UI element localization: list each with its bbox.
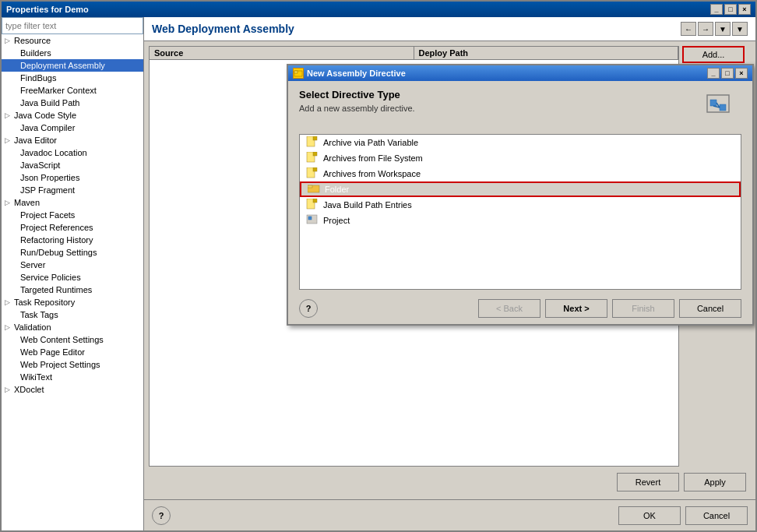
sidebar-item-label: FreeMarker Context xyxy=(20,86,97,95)
sidebar-item-java-compiler[interactable]: Java Compiler xyxy=(2,122,143,134)
dialog-close-btn[interactable]: × xyxy=(735,68,748,79)
apply-button[interactable]: Apply xyxy=(684,473,746,491)
sidebar-item-label: Web Project Settings xyxy=(20,360,100,369)
close-btn[interactable]: × xyxy=(738,4,751,15)
sidebar-item-javadoc-location[interactable]: Javadoc Location xyxy=(2,146,143,159)
dialog-footer-buttons: < Back Next > Finish Cancel xyxy=(478,299,741,318)
sidebar-item-project-references[interactable]: Project References xyxy=(2,221,143,234)
sidebar-item-task-repository[interactable]: ▷Task Repository xyxy=(2,296,143,308)
sidebar-item-xdoclet[interactable]: ▷XDoclet xyxy=(2,383,143,396)
dialog-header: Select Directive Type Add a new assembly… xyxy=(288,81,752,131)
dialog-title-controls: _ □ × xyxy=(707,68,748,79)
next-button[interactable]: Next > xyxy=(545,299,607,318)
sidebar-item-targeted-runtimes[interactable]: Targeted Runtimes xyxy=(2,284,143,296)
sidebar-item-findbugs[interactable]: FindBugs xyxy=(2,72,143,84)
dialog-maximize-btn[interactable]: □ xyxy=(721,68,734,79)
directive-item-project[interactable]: Project xyxy=(300,213,741,228)
sidebar-item-freemarker-context[interactable]: FreeMarker Context xyxy=(2,84,143,97)
nav-dropdown-btn[interactable]: ▼ xyxy=(715,22,731,36)
back-button[interactable]: < Back xyxy=(478,299,540,318)
cancel-button[interactable]: Cancel xyxy=(685,506,748,525)
svg-rect-10 xyxy=(313,152,317,156)
sidebar-item-server[interactable]: Server xyxy=(2,259,143,271)
sidebar-item-validation[interactable]: ▷Validation xyxy=(2,321,143,333)
sidebar-item-resource[interactable]: ▷Resource xyxy=(2,34,143,47)
title-bar-controls: _ □ × xyxy=(710,4,751,15)
dialog-cancel-button[interactable]: Cancel xyxy=(679,299,741,318)
sidebar-item-maven[interactable]: ▷Maven xyxy=(2,196,143,209)
new-assembly-directive-dialog: New Assembly Directive _ □ × Select Dire… xyxy=(287,64,754,326)
dialog-header-icon xyxy=(704,89,741,126)
nav-menu-btn[interactable]: ▼ xyxy=(732,22,748,36)
dialog-section-desc: Add a new assembly directive. xyxy=(299,104,415,113)
directive-item-archive-via-path-variable[interactable]: Archive via Path Variable xyxy=(300,135,741,150)
sidebar-item-wikitext[interactable]: WikiText xyxy=(2,371,143,383)
sidebar-item-label: Targeted Runtimes xyxy=(20,285,92,294)
svg-rect-4 xyxy=(720,104,726,111)
sidebar-item-label: JSP Fragment xyxy=(20,185,75,195)
sidebar-item-label: Validation xyxy=(14,322,51,332)
sidebar-item-run/debug-settings[interactable]: Run/Debug Settings xyxy=(2,246,143,259)
dialog-minimize-btn[interactable]: _ xyxy=(707,68,720,79)
dialog-help-button[interactable]: ? xyxy=(299,299,318,318)
sidebar-item-java-editor[interactable]: ▷Java Editor xyxy=(2,134,143,146)
sidebar-item-label: Java Code Style xyxy=(14,111,76,120)
sidebar-item-web-project-settings[interactable]: Web Project Settings xyxy=(2,358,143,371)
sidebar-item-label: JavaScript xyxy=(20,160,60,170)
sidebar-item-label: Json Properties xyxy=(20,173,79,182)
finish-button[interactable]: Finish xyxy=(612,299,674,318)
sidebar-item-java-build-path[interactable]: Java Build Path xyxy=(2,97,143,109)
revert-apply-bar: Revert Apply xyxy=(149,470,751,495)
source-column-header: Source xyxy=(150,47,414,59)
minimize-btn[interactable]: _ xyxy=(710,4,723,15)
sidebar-item-jsp-fragment[interactable]: JSP Fragment xyxy=(2,184,143,196)
help-button[interactable]: ? xyxy=(152,506,171,525)
revert-button[interactable]: Revert xyxy=(617,473,679,491)
sidebar-item-label: Deployment Assembly xyxy=(20,61,105,70)
expand-icon: ▷ xyxy=(5,323,12,331)
sidebar-item-javascript[interactable]: JavaScript xyxy=(2,159,143,171)
sidebar-item-label: FindBugs xyxy=(20,73,56,83)
sidebar-item-service-policies[interactable]: Service Policies xyxy=(2,271,143,284)
sidebar-item-label: Java Build Path xyxy=(20,98,79,107)
sidebar-item-json-properties[interactable]: Json Properties xyxy=(2,171,143,184)
nav-forward-btn[interactable]: → xyxy=(698,22,713,36)
sidebar-item-web-content-settings[interactable]: Web Content Settings xyxy=(2,333,143,346)
ok-button[interactable]: OK xyxy=(618,506,681,525)
maximize-btn[interactable]: □ xyxy=(724,4,737,15)
dialog-icon xyxy=(293,68,304,79)
filter-input[interactable] xyxy=(2,17,143,34)
sidebar-item-task-tags[interactable]: Task Tags xyxy=(2,308,143,321)
directive-item-java-build-path-entries[interactable]: Java Build Path Entries xyxy=(300,197,741,213)
directive-item-archives-from-file-system[interactable]: Archives from File System xyxy=(300,150,741,166)
jar-icon xyxy=(306,199,319,211)
expand-icon: ▷ xyxy=(5,199,12,206)
svg-rect-8 xyxy=(313,136,317,140)
sidebar-item-project-facets[interactable]: Project Facets xyxy=(2,209,143,221)
deploy-path-column-header: Deploy Path xyxy=(414,47,679,59)
folder-icon xyxy=(308,183,320,196)
main-area-title: Web Deployment Assembly xyxy=(152,23,294,35)
table-headers: Source Deploy Path xyxy=(150,47,678,60)
jar-icon xyxy=(306,152,319,164)
sidebar-item-web-page-editor[interactable]: Web Page Editor xyxy=(2,346,143,358)
directive-type-list[interactable]: Archive via Path Variable Archives from … xyxy=(299,134,741,290)
project-icon xyxy=(306,214,319,227)
sidebar-item-java-code-style[interactable]: ▷Java Code Style xyxy=(2,109,143,122)
sidebar-item-builders[interactable]: Builders xyxy=(2,47,143,59)
main-window-title: Properties for Demo xyxy=(6,5,89,14)
nav-back-btn[interactable]: ← xyxy=(681,22,696,36)
directive-item-label: Project xyxy=(323,216,350,225)
dialog-title-text: New Assembly Directive xyxy=(307,69,406,78)
add-button[interactable]: Add... xyxy=(682,46,745,63)
directive-item-archives-from-workspace[interactable]: Archives from Workspace xyxy=(300,166,741,181)
sidebar-item-label: Web Content Settings xyxy=(20,335,104,344)
svg-rect-3 xyxy=(710,100,717,106)
sidebar-item-deployment-assembly[interactable]: Deployment Assembly xyxy=(2,59,143,72)
directive-item-folder[interactable]: Folder xyxy=(300,181,741,197)
sidebar-item-refactoring-history[interactable]: Refactoring History xyxy=(2,234,143,246)
sidebar-item-label: Maven xyxy=(14,198,40,207)
svg-rect-18 xyxy=(308,217,312,220)
main-title-bar: Properties for Demo _ □ × xyxy=(2,2,755,17)
sidebar-item-label: Project References xyxy=(20,223,93,232)
